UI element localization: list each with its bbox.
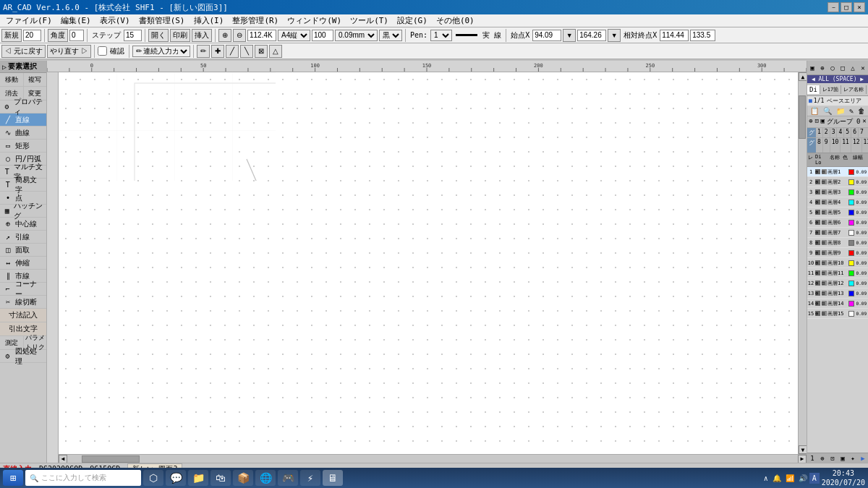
rp-icon-5[interactable]: △ [851, 64, 854, 72]
group-tab-6[interactable]: 6 [851, 128, 859, 137]
group-tab-11[interactable]: 11 [841, 138, 851, 153]
taskbar-icon-taskview[interactable]: ⬡ [143, 470, 163, 486]
rp-act-2[interactable]: 🔍 [823, 107, 832, 115]
scroll-thumb-h[interactable] [82, 455, 140, 463]
select-section[interactable]: ▷ 要素選択 [0, 61, 46, 73]
menu-edit[interactable]: 編集(E) [56, 14, 95, 27]
layer-lock-10[interactable]: ⊡ [822, 260, 827, 265]
pen-select[interactable]: 123 [430, 30, 452, 41]
layer-visibility-1[interactable]: ⊕ [815, 169, 820, 174]
close-button[interactable]: × [854, 2, 865, 12]
rp-act-1[interactable]: 📋 [810, 107, 819, 115]
layer-visibility-6[interactable]: ⊕ [815, 220, 820, 225]
layer-visibility-8[interactable]: ⊕ [815, 240, 820, 245]
color-select[interactable]: 黒 赤 青 [379, 30, 402, 41]
corner-button[interactable]: ⌐ コーナー [0, 283, 46, 296]
layer-visibility-12[interactable]: ⊕ [815, 281, 820, 286]
scroll-left-btn[interactable]: ◀ [59, 455, 67, 463]
layer-lock-15[interactable]: ⊡ [822, 311, 827, 316]
rp-tab-17[interactable]: レ17箇 [820, 85, 841, 94]
rp-bot-6[interactable]: ▶ [861, 455, 864, 462]
menu-settings[interactable]: 設定(G) [393, 14, 432, 27]
layer-visibility-3[interactable]: ⊕ [815, 189, 820, 194]
taskbar-icon-steam[interactable]: 🎮 [278, 470, 298, 486]
rp-icon-2[interactable]: ⊕ [820, 64, 824, 72]
rect-button[interactable]: ▭ 矩形 [0, 140, 46, 153]
menu-window[interactable]: ウィンドウ(W) [283, 14, 346, 27]
rp-bot-5[interactable]: ✦ [851, 455, 854, 462]
layer-row-11[interactable]: 11 ⊕ ⊡ 画層11 0.09 [807, 268, 868, 278]
layer-lock-8[interactable]: ⊡ [822, 240, 827, 245]
new-button[interactable]: 新規 [1, 29, 22, 42]
rp-tab-name[interactable]: レア名称 [841, 85, 867, 94]
group-tab-5[interactable]: 5 [844, 128, 851, 137]
group-tab-12[interactable]: 12 [851, 138, 862, 153]
main-canvas[interactable] [59, 72, 807, 463]
dim-button[interactable]: 寸法記入 [0, 309, 46, 322]
paper-select[interactable]: A4縦 A4横 A3縦 [278, 30, 310, 41]
rp-act-5[interactable]: 🗑 [858, 107, 865, 115]
layer-lock-4[interactable]: ⊡ [822, 200, 827, 205]
group-tab-7[interactable]: 7 [859, 128, 865, 137]
scale-value[interactable] [312, 30, 333, 41]
group-tab-10[interactable]: 10 [830, 138, 841, 153]
menu-format[interactable]: 整形管理(R) [228, 14, 283, 27]
scale-input[interactable] [23, 30, 41, 41]
layer-row-7[interactable]: 7 ⊕ ⊡ 画層7 0.09 [807, 228, 868, 238]
layer-row-6[interactable]: 6 ⊕ ⊡ 画層6 0.09 [807, 218, 868, 228]
rp-view-4[interactable]: グループ 0 [827, 117, 861, 127]
layer-lock-13[interactable]: ⊡ [822, 291, 827, 296]
insert-button[interactable]: 挿入 [192, 29, 212, 42]
menu-manage[interactable]: 書類管理(S) [135, 14, 190, 27]
layer-lock-9[interactable]: ⊡ [822, 250, 827, 255]
layer-lock-6[interactable]: ⊡ [822, 220, 827, 225]
group-tab-9[interactable]: 9 [823, 138, 830, 153]
group-tab-g2[interactable]: グ [807, 138, 816, 153]
group-tab-13[interactable]: 13 [862, 138, 868, 153]
layer-row-3[interactable]: 3 ⊕ ⊡ 画層3 0.09 [807, 187, 868, 197]
open-button[interactable]: 開く [148, 29, 169, 42]
batch-button[interactable]: ⚙ 図処処理 [0, 350, 46, 363]
rel-x-input[interactable] [660, 30, 689, 41]
draw-btn2[interactable]: ✚ [211, 45, 224, 58]
layer-lock-1[interactable]: ⊡ [822, 169, 827, 174]
layer-visibility-7[interactable]: ⊕ [815, 230, 820, 235]
rp-tab-di[interactable]: Di [807, 85, 820, 94]
rp-view-3[interactable]: ▣ [821, 117, 825, 127]
scroll-thumb-v[interactable] [799, 95, 806, 139]
layer-lock-3[interactable]: ⊡ [822, 189, 827, 194]
group-tab-4[interactable]: 4 [837, 128, 844, 137]
rp-act-3[interactable]: 📁 [836, 107, 845, 115]
group-tab-8[interactable]: 8 [816, 138, 823, 153]
group-tab-3[interactable]: 3 [830, 128, 838, 137]
layer-visibility-14[interactable]: ⊕ [815, 301, 820, 306]
layer-lock-5[interactable]: ⊡ [822, 210, 827, 215]
layer-lock-11[interactable]: ⊡ [822, 270, 827, 275]
taskbar-icon-dropbox[interactable]: 📦 [233, 470, 253, 486]
draw-btn5[interactable]: ⊠ [255, 45, 268, 58]
hatch-button[interactable]: ▦ ハッチング [0, 205, 46, 218]
group-tab-1[interactable]: 1 [816, 128, 823, 137]
menu-insert[interactable]: 挿入(I) [190, 14, 229, 27]
layer-row-12[interactable]: 12 ⊕ ⊡ 画層12 0.09 [807, 278, 868, 288]
menu-file[interactable]: ファイル(F) [1, 14, 56, 27]
draw-btn6[interactable]: △ [269, 45, 282, 58]
layer-row-9[interactable]: 9 ⊕ ⊡ 画層9 0.09 [807, 248, 868, 258]
layer-row-1[interactable]: 1 ⊕ ⊡ 画層1 0.09 [807, 167, 868, 177]
rp-bot-3[interactable]: ⊡ [830, 455, 834, 462]
layer-visibility-10[interactable]: ⊕ [815, 260, 820, 265]
zoom-input[interactable] [247, 30, 276, 41]
layer-lock-14[interactable]: ⊡ [822, 301, 827, 306]
draw-btn4[interactable]: ╲ [240, 45, 253, 58]
rp-bot-2[interactable]: ⊕ [820, 455, 824, 462]
coord2-button[interactable]: ▼ [608, 29, 621, 42]
rp-view-2[interactable]: ⊡ [814, 117, 818, 127]
confirm-check[interactable] [98, 46, 107, 56]
minimize-button[interactable]: － [827, 2, 839, 12]
rp-bot-1[interactable]: 1 [810, 455, 814, 462]
layer-row-15[interactable]: 15 ⊕ ⊡ 画層15 0.09 [807, 309, 868, 319]
move-button[interactable]: 移動 [0, 73, 24, 86]
redo-button[interactable]: やり直す ▷ [47, 45, 91, 58]
taskbar-icon-explorer[interactable]: 📁 [188, 470, 208, 486]
taskbar-icon-cortana[interactable]: 💬 [166, 470, 186, 486]
